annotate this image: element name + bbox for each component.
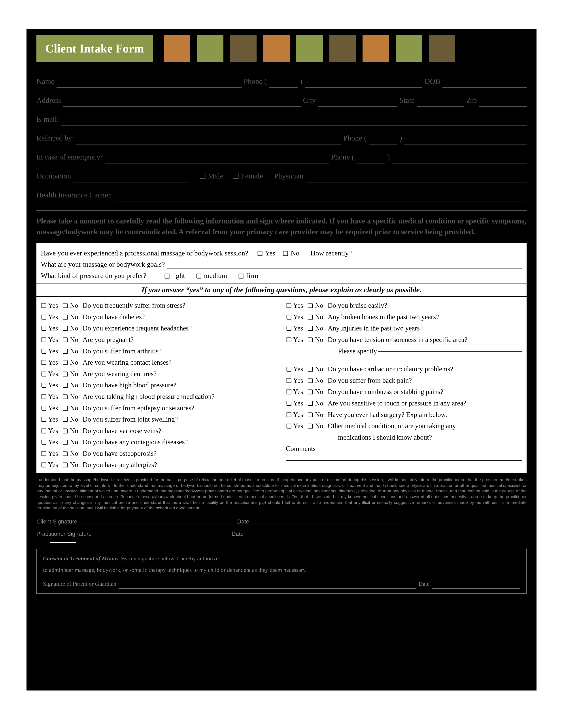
no-checkbox[interactable]: ❏ xyxy=(308,364,313,374)
yes-checkbox[interactable]: ❏ xyxy=(286,324,292,334)
yes-checkbox[interactable]: ❏ xyxy=(286,387,292,397)
no-checkbox[interactable]: ❏ xyxy=(308,410,313,420)
no-checkbox[interactable]: ❏ xyxy=(62,426,68,436)
yes-checkbox[interactable]: ❏ xyxy=(286,376,292,386)
name-input[interactable] xyxy=(56,80,241,88)
yes-checkbox[interactable]: ❏ xyxy=(41,312,47,322)
phone-input[interactable] xyxy=(305,80,422,88)
question-text: Any injuries in the past two years? xyxy=(328,323,522,334)
specify-input-2[interactable] xyxy=(338,357,522,363)
phone-area-input[interactable] xyxy=(269,80,298,88)
minor-authorize-input[interactable] xyxy=(221,556,345,563)
yes-checkbox[interactable]: ❏ xyxy=(41,369,47,379)
goals-input[interactable] xyxy=(167,261,522,268)
yes-checkbox[interactable]: ❏ xyxy=(41,415,47,425)
no-checkbox[interactable]: ❏ xyxy=(62,403,68,413)
question-text: Do you suffer from back pain? xyxy=(328,375,522,386)
no-checkbox[interactable]: ❏ xyxy=(308,301,313,311)
yes-checkbox[interactable]: ❏ xyxy=(41,449,47,459)
no-checkbox[interactable]: ❏ xyxy=(308,324,313,334)
right-question-row: ❏ Yes❏ NoDo you bruise easily? xyxy=(286,300,522,311)
emergency-input[interactable] xyxy=(105,156,329,163)
comments-row-2 xyxy=(286,455,522,461)
no-checkbox[interactable]: ❏ xyxy=(62,324,68,334)
no-checkbox[interactable]: ❏ xyxy=(62,335,68,345)
no-checkbox[interactable]: ❏ xyxy=(62,312,68,322)
no-checkbox[interactable]: ❏ xyxy=(308,399,313,409)
experience-yes-checkbox[interactable]: ❏ xyxy=(257,250,263,257)
no-checkbox[interactable]: ❏ xyxy=(62,449,68,459)
header-square-5 xyxy=(330,35,356,62)
header-square-0 xyxy=(164,35,190,62)
yes-checkbox[interactable]: ❏ xyxy=(286,301,292,311)
yes-checkbox[interactable]: ❏ xyxy=(286,410,292,420)
yes-checkbox[interactable]: ❏ xyxy=(286,421,292,431)
city-input[interactable] xyxy=(318,99,398,107)
yes-checkbox[interactable]: ❏ xyxy=(41,335,47,345)
occupation-input[interactable] xyxy=(73,175,188,182)
pressure-light-checkbox[interactable]: ❏ xyxy=(164,272,170,280)
emerg-phone-area-input[interactable] xyxy=(356,156,385,163)
right-question-row: ❏ Yes❏ NoHave you ever had surgery? Expl… xyxy=(286,409,522,420)
no-checkbox[interactable]: ❏ xyxy=(62,301,68,311)
yes-checkbox[interactable]: ❏ xyxy=(41,460,47,470)
client-signature-input[interactable] xyxy=(80,518,234,525)
pressure-firm-checkbox[interactable]: ❏ xyxy=(238,272,244,280)
yes-checkbox[interactable]: ❏ xyxy=(41,392,47,402)
guardian-date-input[interactable] xyxy=(432,581,520,589)
male-checkbox[interactable]: ❏ xyxy=(199,170,206,182)
state-input[interactable] xyxy=(417,99,464,107)
comments-input[interactable] xyxy=(317,443,522,449)
yes-checkbox[interactable]: ❏ xyxy=(41,301,47,311)
goals-question: What are your massage or bodywork goals? xyxy=(41,260,165,268)
ref-phone-input[interactable] xyxy=(404,137,527,144)
experience-no-checkbox[interactable]: ❏ xyxy=(283,250,289,257)
email-input[interactable] xyxy=(61,118,527,126)
question-text: Do you suffer from joint swelling? xyxy=(83,414,277,425)
no-checkbox[interactable]: ❏ xyxy=(62,347,68,356)
no-checkbox[interactable]: ❏ xyxy=(62,392,68,402)
practitioner-signature-input[interactable] xyxy=(94,530,229,537)
yes-checkbox[interactable]: ❏ xyxy=(286,364,292,374)
practitioner-date-label: Date xyxy=(231,531,244,537)
no-checkbox[interactable]: ❏ xyxy=(62,369,68,379)
physician-input[interactable] xyxy=(306,175,527,182)
yes-checkbox[interactable]: ❏ xyxy=(41,403,47,413)
address-input[interactable] xyxy=(63,99,301,107)
guardian-signature-input[interactable] xyxy=(118,581,416,589)
client-date-input[interactable] xyxy=(252,518,407,525)
zip-input[interactable] xyxy=(479,99,527,107)
yes-checkbox[interactable]: ❏ xyxy=(41,437,47,447)
specify-line-2 xyxy=(338,357,522,363)
yes-checkbox[interactable]: ❏ xyxy=(41,381,47,390)
yes-checkbox[interactable]: ❏ xyxy=(286,399,292,409)
no-checkbox[interactable]: ❏ xyxy=(308,387,313,397)
emerg-phone-input[interactable] xyxy=(392,156,527,163)
no-checkbox[interactable]: ❏ xyxy=(308,312,313,322)
no-checkbox[interactable]: ❏ xyxy=(308,335,313,345)
specify-input[interactable] xyxy=(378,346,522,352)
yes-checkbox[interactable]: ❏ xyxy=(41,426,47,436)
no-checkbox[interactable]: ❏ xyxy=(62,381,68,390)
yes-checkbox[interactable]: ❏ xyxy=(286,312,292,322)
insurance-input[interactable] xyxy=(113,194,527,201)
no-checkbox[interactable]: ❏ xyxy=(62,437,68,447)
yes-checkbox[interactable]: ❏ xyxy=(41,324,47,334)
referred-input[interactable] xyxy=(76,137,341,144)
dob-input[interactable] xyxy=(443,80,527,88)
comments-input-2[interactable] xyxy=(286,455,522,461)
practitioner-date-input[interactable] xyxy=(246,530,401,537)
recently-input[interactable] xyxy=(354,250,522,257)
female-checkbox[interactable]: ❏ xyxy=(232,170,239,182)
no-checkbox[interactable]: ❏ xyxy=(62,460,68,470)
no-checkbox[interactable]: ❏ xyxy=(308,376,313,386)
signature-section: Client Signature Date Practitioner Signa… xyxy=(36,518,527,543)
pressure-medium-checkbox[interactable]: ❏ xyxy=(196,272,202,280)
no-checkbox[interactable]: ❏ xyxy=(62,358,68,368)
no-checkbox[interactable]: ❏ xyxy=(308,421,313,431)
yes-checkbox[interactable]: ❏ xyxy=(41,358,47,368)
ref-phone-area-input[interactable] xyxy=(369,137,398,144)
yes-checkbox[interactable]: ❏ xyxy=(41,347,47,356)
no-checkbox[interactable]: ❏ xyxy=(62,415,68,425)
yes-checkbox[interactable]: ❏ xyxy=(286,335,292,345)
